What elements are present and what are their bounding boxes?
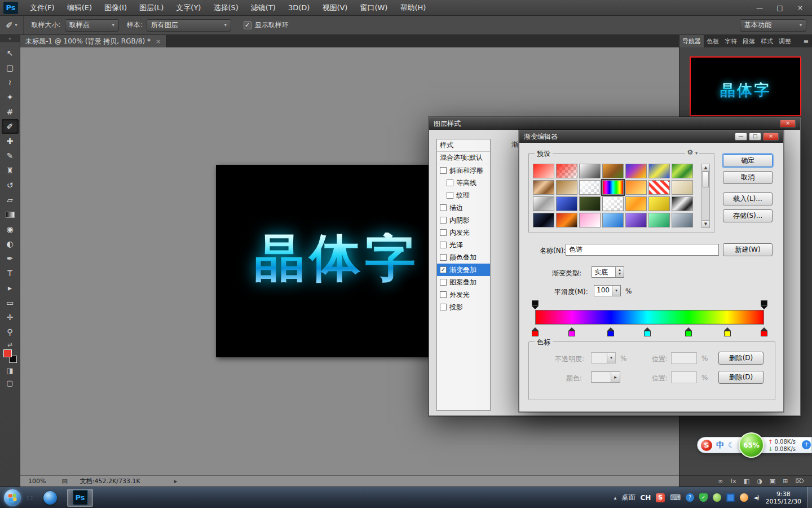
tool-preset-picker[interactable]: ✐ ▾ — [0, 16, 24, 34]
eraser-tool[interactable]: ▱ — [2, 192, 19, 207]
keyboard-icon[interactable]: ⌨ — [670, 493, 681, 502]
gradient-swatch[interactable] — [579, 213, 601, 227]
color-stop[interactable] — [761, 327, 767, 336]
layer-style-item[interactable]: 图案叠加 — [437, 276, 490, 288]
menu-item[interactable]: 图像(I) — [98, 0, 133, 16]
antivirus-icon[interactable] — [713, 493, 721, 502]
hand-tool[interactable]: ✛ — [2, 310, 19, 325]
language-indicator[interactable]: CH — [640, 494, 651, 502]
layer-style-item[interactable]: 光泽 — [437, 239, 490, 251]
delete-color-stop-button[interactable]: 删除(D) — [718, 371, 764, 384]
layer-style-icon[interactable]: fx — [730, 478, 736, 485]
color-location-input[interactable] — [671, 371, 697, 383]
status-flyout-icon[interactable]: ▸ — [174, 478, 178, 485]
layer-style-item[interactable]: 纹理 — [437, 189, 490, 202]
sample-layers-dropdown[interactable]: 所有图层 ▾ — [147, 19, 231, 32]
load-button[interactable]: 载入(L)... — [723, 192, 773, 205]
network-monitor-icon[interactable] — [726, 493, 735, 502]
gradient-swatch[interactable] — [579, 180, 601, 195]
effect-checkbox[interactable] — [440, 217, 447, 224]
workspace-switcher[interactable]: 基本功能 ▾ — [740, 19, 806, 32]
close-button[interactable]: × — [792, 3, 809, 13]
gradient-editor-titlebar[interactable]: 渐变编辑器 — □ × — [519, 130, 783, 143]
menu-item[interactable]: 选择(S) — [207, 0, 244, 16]
smoothness-dropdown[interactable]: 100 ▾ — [594, 285, 621, 296]
effect-checkbox[interactable] — [440, 304, 447, 310]
gradient-swatch[interactable] — [556, 213, 577, 227]
effect-checkbox[interactable] — [440, 254, 447, 261]
gradient-swatch[interactable] — [533, 164, 554, 178]
healing-brush-tool[interactable]: ✚ — [2, 134, 19, 148]
quick-select-tool[interactable]: ✦ — [2, 90, 19, 104]
gradient-swatch[interactable] — [556, 164, 577, 178]
document-tab[interactable]: 未标题-1 @ 100% (背景 拷贝, RGB/8) * × — [20, 35, 166, 47]
menu-item[interactable]: 帮助(H) — [394, 0, 432, 16]
ok-button[interactable]: 确定 — [723, 154, 773, 167]
pen-tool[interactable]: ✒ — [2, 251, 19, 266]
menu-item[interactable]: 窗口(W) — [354, 0, 394, 16]
effect-checkbox[interactable]: ✓ — [440, 266, 447, 273]
color-arrow-icon[interactable]: ▸ — [611, 372, 620, 382]
layer-style-item[interactable]: 等高线 — [437, 177, 490, 189]
gradient-name-input[interactable] — [566, 244, 719, 256]
color-stop[interactable] — [607, 327, 614, 336]
panel-tab-5[interactable]: 样式 — [758, 35, 776, 47]
color-swatch[interactable] — [592, 372, 611, 382]
effect-checkbox[interactable] — [440, 167, 447, 174]
delete-layer-icon[interactable]: ⌦ — [795, 478, 804, 485]
effect-checkbox[interactable] — [440, 279, 447, 286]
panel-tab-2[interactable]: 色板 — [704, 35, 722, 47]
gradient-swatch[interactable] — [625, 196, 647, 211]
effect-checkbox[interactable] — [440, 242, 447, 248]
save-button[interactable]: 存储(S)... — [723, 209, 773, 222]
layer-style-item[interactable]: 样式 — [437, 139, 490, 152]
screen-mode-icon[interactable]: ▢ — [6, 379, 13, 387]
presets-menu-gear-icon[interactable]: ⚙ ▾ — [685, 148, 699, 156]
color-stop[interactable] — [532, 327, 539, 336]
menu-item[interactable]: 图层(L) — [133, 0, 170, 16]
battery-percent-badge[interactable]: 65% — [739, 432, 764, 458]
gradient-swatch[interactable] — [625, 164, 647, 178]
gradient-swatch[interactable] — [579, 164, 601, 178]
history-brush-tool[interactable]: ↺ — [2, 178, 19, 192]
layer-style-item[interactable]: 外发光 — [437, 288, 490, 301]
gradient-swatch[interactable] — [672, 180, 693, 195]
start-button[interactable] — [4, 489, 21, 506]
stop-color-swatch[interactable]: ▸ — [591, 371, 620, 383]
opacity-stop[interactable] — [761, 300, 767, 309]
layer-style-item[interactable]: 混合选项:默认 — [437, 152, 490, 164]
effect-checkbox[interactable] — [440, 291, 447, 298]
show-sampling-ring-checkbox[interactable]: ✓ — [244, 21, 251, 29]
layer-style-item[interactable]: 颜色叠加 — [437, 251, 490, 264]
gradient-swatch[interactable] — [672, 196, 693, 211]
scroll-up-icon[interactable]: ▲ — [702, 164, 709, 172]
swap-colors-icon[interactable]: ⇄ — [7, 341, 12, 348]
shape-tool[interactable]: ▭ — [2, 295, 19, 310]
tab-close-icon[interactable]: × — [156, 38, 161, 45]
panel-tab-4[interactable]: 段落 — [740, 35, 758, 47]
panel-tab-6[interactable]: 调整 — [776, 35, 794, 47]
sample-size-dropdown[interactable]: 取样点 ▾ — [65, 19, 119, 32]
layer-style-titlebar[interactable]: 图层样式 × — [429, 117, 800, 130]
help-icon[interactable]: ? — [686, 493, 694, 502]
menu-item[interactable]: 文件(F) — [24, 0, 61, 16]
crop-tool[interactable]: # — [2, 104, 19, 119]
cancel-button[interactable]: 取消 — [723, 171, 773, 184]
moon-icon[interactable]: ☾ — [728, 441, 735, 449]
panel-tab-1[interactable]: 导航器 — [679, 35, 704, 47]
restore-button[interactable]: □ — [771, 3, 788, 13]
layer-style-item[interactable]: 斜面和浮雕 — [437, 164, 490, 177]
layer-style-item[interactable]: 投影 — [437, 301, 490, 313]
sogou-tray-icon[interactable]: S — [656, 493, 665, 502]
scroll-down-icon[interactable]: ▼ — [702, 220, 709, 227]
marquee-tool[interactable]: ▢ — [2, 60, 19, 75]
gradient-type-dropdown[interactable]: 实底 ▴▾ — [592, 266, 624, 278]
menu-item[interactable]: 编辑(E) — [61, 0, 98, 16]
path-select-tool[interactable]: ▸ — [2, 281, 19, 295]
hidden-icons-chevron[interactable]: ▴ — [614, 495, 617, 501]
color-swatches[interactable] — [3, 349, 17, 363]
gradient-swatch[interactable] — [556, 196, 577, 211]
photoshop-taskbar-button[interactable]: Ps — [67, 489, 93, 507]
menu-item[interactable]: 滤镜(T) — [245, 0, 282, 16]
gradient-swatch[interactable] — [533, 196, 554, 211]
